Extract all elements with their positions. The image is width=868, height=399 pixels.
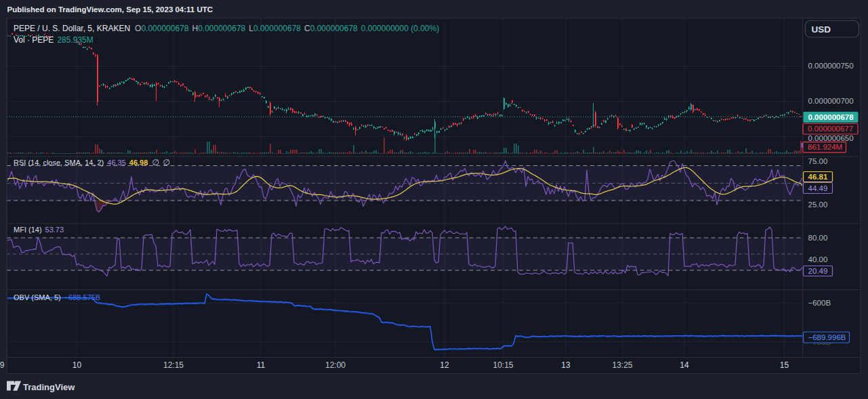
svg-text:0.000000650: 0.000000650: [808, 134, 854, 142]
svg-text:11: 11: [257, 360, 266, 370]
svg-text:9: 9: [0, 360, 5, 370]
svg-text:0.000000750: 0.000000750: [808, 62, 854, 70]
svg-text:0.000000677: 0.000000677: [808, 125, 853, 133]
svg-text:861.924M: 861.924M: [808, 143, 842, 151]
svg-text:13:25: 13:25: [612, 360, 632, 370]
svg-text:14: 14: [680, 360, 689, 370]
svg-text:13: 13: [561, 360, 571, 370]
svg-text:PEPE / U. S. Dollar, 5, KRAKEN: PEPE / U. S. Dollar, 5, KRAKENO0.0000006…: [14, 24, 439, 33]
svg-text:OBV (SMA, 5)−688.575B: OBV (SMA, 5)−688.575B: [14, 293, 100, 301]
svg-text:Published on TradingView.com,: Published on TradingView.com, Sep 15, 20…: [7, 5, 213, 14]
svg-text:TradingView: TradingView: [23, 382, 75, 392]
svg-text:0.000000678: 0.000000678: [808, 113, 854, 121]
svg-text:44.49: 44.49: [808, 184, 828, 192]
svg-text:0.000000700: 0.000000700: [808, 97, 854, 105]
svg-text:75.00: 75.00: [808, 157, 828, 165]
svg-text:20.49: 20.49: [808, 267, 828, 275]
svg-text:12: 12: [440, 360, 449, 370]
svg-text:12:00: 12:00: [325, 360, 346, 370]
svg-text:USD: USD: [812, 24, 831, 35]
svg-text:15: 15: [780, 360, 789, 370]
svg-text:Vol · PEPE285.935M: Vol · PEPE285.935M: [14, 35, 94, 45]
svg-text:80.00: 80.00: [808, 234, 828, 242]
svg-text:10: 10: [73, 360, 82, 370]
svg-text:46.81: 46.81: [808, 173, 828, 181]
svg-text:−689.996B: −689.996B: [808, 333, 846, 341]
svg-text:10:15: 10:15: [493, 360, 513, 370]
svg-text:25.00: 25.00: [808, 201, 828, 209]
svg-text:40.00: 40.00: [808, 255, 828, 264]
svg-text:MFI (14)53.73: MFI (14)53.73: [14, 226, 64, 234]
svg-text:−600B: −600B: [808, 299, 831, 307]
svg-text:12:15: 12:15: [163, 360, 184, 370]
svg-text:RSI (14, close, SMA, 14, 2)46.: RSI (14, close, SMA, 14, 2)46.3546.98∅∅: [14, 158, 170, 167]
